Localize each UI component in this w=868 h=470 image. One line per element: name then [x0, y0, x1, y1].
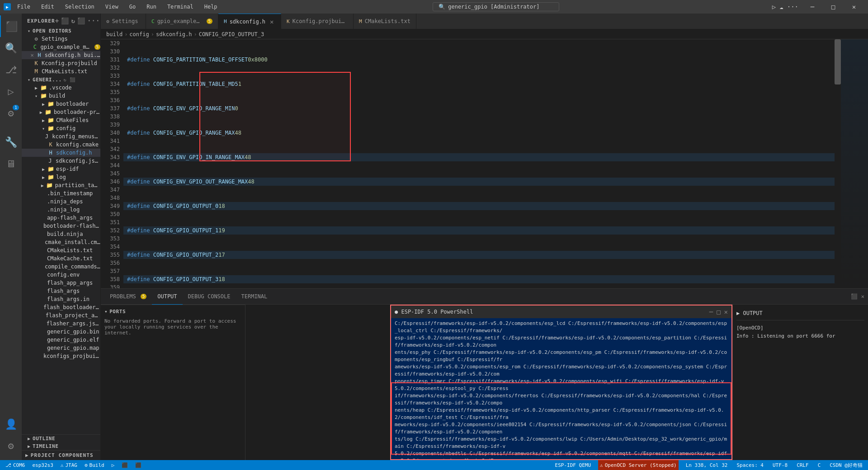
tree-flash-args-in[interactable]: flash_args.in — [22, 295, 100, 303]
terminal-tab-debug[interactable]: DEBUG CONSOLE — [183, 289, 236, 305]
open-editors-header[interactable]: ▾ OPEN EDITORS — [22, 27, 100, 35]
breadcrumb-sdkconfig[interactable]: sdkconfig.h — [156, 31, 192, 38]
maximize-button[interactable]: □ — [823, 0, 844, 14]
tree-vscode[interactable]: ▶ 📁 .vscode — [22, 84, 100, 92]
cloud-icon[interactable]: ☁ — [779, 3, 783, 10]
tree-build[interactable]: ▾ 📁 build — [22, 92, 100, 100]
overlay-close-icon[interactable]: ✕ — [724, 308, 728, 315]
open-editor-gpio[interactable]: C gpio_example_main.c 5 — [22, 43, 100, 51]
tree-log[interactable]: ▶ 📁 log — [22, 173, 100, 181]
tree-flash-project[interactable]: flash_project_args — [22, 311, 100, 320]
activity-settings[interactable]: ⚙ — [0, 435, 22, 456]
more-icon[interactable]: ··· — [787, 3, 798, 10]
sdkconfig-tab-close[interactable]: ✕ — [268, 18, 275, 25]
status-jtag[interactable]: ⚠ JTAG — [59, 460, 79, 470]
generic-gpio-header[interactable]: ▾ GENERI... ↻ ⬛ — [22, 75, 100, 84]
menu-run[interactable]: Run — [144, 3, 159, 11]
close-terminal-icon[interactable]: ✕ — [861, 293, 864, 300]
ports-header[interactable]: ▾ PORTS — [104, 307, 241, 316]
tab-sdkconfig[interactable]: H sdkconfig.h ✕ — [218, 14, 281, 29]
status-esp-idf-qemu[interactable]: ESP-IDF QEMU — [553, 460, 593, 470]
status-branch[interactable]: ⎇ COM6 — [4, 460, 27, 470]
tree-generic-map[interactable]: generic_gpio.map — [22, 344, 100, 352]
tree-partition-table[interactable]: ▶ 📁 partition_table — [22, 181, 100, 189]
menu-go[interactable]: Go — [127, 3, 138, 11]
terminal-tab-output[interactable]: OUTPUT — [152, 289, 182, 305]
tab-gpio[interactable]: C gpio_example_main.c 5 — [146, 14, 218, 29]
activity-source-control[interactable]: ⎇ — [0, 59, 22, 80]
tree-cmakefiles[interactable]: ▶ 📁 CMakeFiles — [22, 116, 100, 124]
activity-run[interactable]: ▷ — [0, 80, 22, 102]
activity-search[interactable]: 🔍 — [0, 37, 22, 59]
menu-edit[interactable]: Edit — [38, 3, 57, 11]
tab-settings[interactable]: ⚙ Settings — [101, 14, 146, 29]
tree-bootloader[interactable]: ▶ 📁 bootloader — [22, 100, 100, 108]
tree-config[interactable]: ▾ 📁 config — [22, 124, 100, 132]
tree-kconfig-menus[interactable]: J kconfig_menus.json — [22, 132, 100, 141]
tree-flash-args[interactable]: flash_args — [22, 287, 100, 295]
tree-generic-bin[interactable]: generic_gpio.bin — [22, 328, 100, 336]
status-language[interactable]: C — [816, 460, 823, 470]
breadcrumb-define[interactable]: CONFIG_GPIO_OUTPUT_3 — [199, 31, 264, 38]
terminal-tab-problems[interactable]: PROBLEMS 5 — [104, 289, 152, 305]
status-spaces[interactable]: Spaces: 4 — [735, 460, 765, 470]
status-encoding[interactable]: UTF-8 — [771, 460, 789, 470]
title-bar-search[interactable]: 🔍 generic_gpio [Administrator] — [433, 2, 559, 11]
new-file-icon[interactable]: + — [55, 17, 60, 24]
tab-cmake[interactable]: M CMakeLists.txt — [354, 14, 416, 29]
timeline-header[interactable]: ▶ TIMELINE — [22, 442, 100, 450]
tree-bootloader-flash-args[interactable]: bootloader-flash_args — [22, 222, 100, 230]
tree-kconfigs-projbuild[interactable]: kconfigs_projbuild.in — [22, 352, 100, 360]
status-flash[interactable]: ⬛ — [120, 460, 130, 470]
tree-esp-idf[interactable]: ▶ 📁 esp-idf — [22, 165, 100, 173]
tree-kconfig-cmake[interactable]: K kconfig.cmake — [22, 141, 100, 149]
status-openocd[interactable]: ⚠ OpenOCD Server (Stopped) — [598, 460, 679, 470]
tree-flash-bootloader[interactable]: flash_bootloader_args — [22, 303, 100, 311]
menu-selection[interactable]: Selection — [62, 3, 97, 11]
tab-kconfig[interactable]: K Kconfig.projbuild — [281, 14, 354, 29]
open-editor-kconfig[interactable]: K Kconfig.projbuild — [22, 59, 100, 67]
status-build[interactable]: ⚙ Build — [83, 460, 106, 470]
tree-ninja-log[interactable]: .ninja_log — [22, 206, 100, 214]
close-button[interactable]: ✕ — [844, 0, 864, 14]
tree-generic-elf[interactable]: generic_gpio.elf — [22, 336, 100, 344]
menu-view[interactable]: View — [103, 3, 121, 11]
new-folder-icon[interactable]: ⬛ — [61, 17, 69, 24]
status-csdn[interactable]: CSDN @好奇猫 — [828, 460, 864, 470]
scrollbar-thumb[interactable] — [835, 39, 841, 85]
project-components-header[interactable]: ▶ PROJECT COMPONENTS — [22, 450, 100, 460]
tree-flash-app-args[interactable]: flash_app_args — [22, 279, 100, 287]
breadcrumb-build[interactable]: build — [106, 31, 123, 38]
status-position[interactable]: Ln 338, Col 32 — [684, 460, 730, 470]
open-editor-settings[interactable]: ⚙ Settings — [22, 35, 100, 43]
activity-esp-idf[interactable]: 🔧 — [0, 131, 22, 153]
refresh-icon[interactable]: ↻ — [71, 17, 75, 24]
overlay-terminal-body[interactable]: C:/Espressif/frameworks/esp-idf-v5.0.2/c… — [391, 318, 731, 459]
open-editor-sdkconfig[interactable]: ✕ H sdkconfig.h bui... — [22, 51, 100, 59]
tree-bin-timestamp[interactable]: .bin_timestamp — [22, 189, 100, 197]
breadcrumb-config[interactable]: config — [129, 31, 149, 38]
minimize-button[interactable]: ─ — [802, 0, 823, 14]
collapse-icon[interactable]: ⬛ — [77, 17, 85, 24]
terminal-tab-terminal[interactable]: TERMINAL — [236, 289, 273, 305]
status-device[interactable]: esp32s3 — [31, 460, 55, 470]
tree-compile-commands[interactable]: compile_commands... — [22, 263, 100, 271]
open-editor-cmake[interactable]: M CMakeLists.txt — [22, 67, 100, 75]
tree-ninja-deps[interactable]: .ninja_deps — [22, 197, 100, 206]
overlay-maximize-icon[interactable]: □ — [717, 308, 720, 315]
tree-app-flash-args[interactable]: app-flash_args — [22, 214, 100, 222]
activity-account[interactable]: 👤 — [0, 413, 22, 435]
menu-help[interactable]: Help — [202, 3, 220, 11]
menu-file[interactable]: File — [14, 3, 33, 11]
run-icon[interactable]: ▷ — [772, 3, 776, 10]
tree-sdkconfig-h[interactable]: H sdkconfig.h — [22, 149, 100, 157]
activity-explorer[interactable]: ⬛ — [0, 15, 22, 37]
activity-extensions[interactable]: ⚙ 1 — [0, 102, 22, 124]
tree-sdkconfig-json[interactable]: J sdkconfig.json — [22, 157, 100, 165]
tree-build-ninja[interactable]: build.ninja — [22, 230, 100, 238]
more-options-icon[interactable]: ··· — [87, 17, 100, 24]
outline-header[interactable]: ▶ OUTLINE — [22, 435, 100, 442]
collapse-tree-icon[interactable]: ⬛ — [70, 77, 75, 82]
close-sdkconfig-icon[interactable]: ✕ — [29, 52, 36, 58]
tree-cmakecache[interactable]: CMakeCache.txt — [22, 254, 100, 263]
